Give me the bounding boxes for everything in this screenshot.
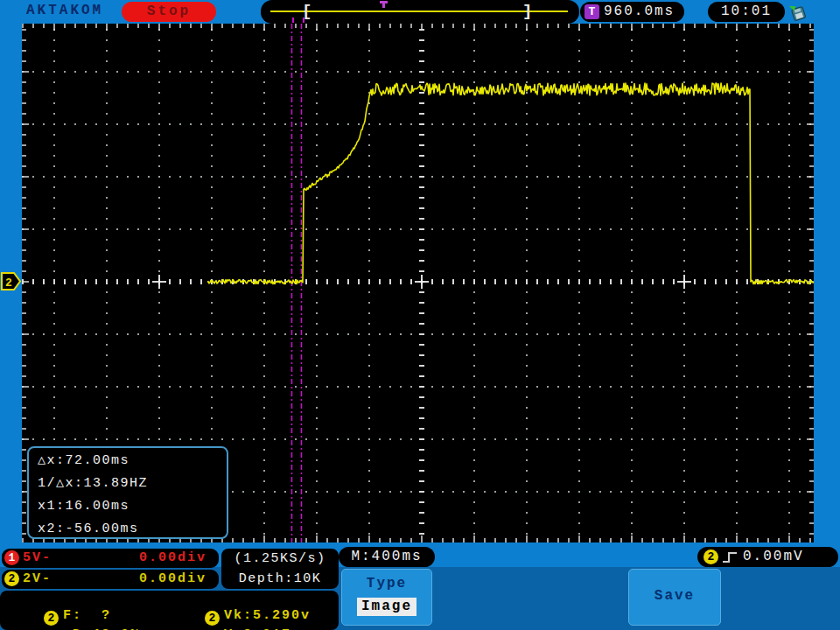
overview-cursor-tick — [292, 18, 294, 23]
trigger-level-value: 0.00mV — [743, 547, 804, 567]
channel1-status: 1 5V- 0.00div — [2, 549, 219, 568]
oscilloscope-screen: { "top_bar": { "brand": "AKTAKOM", "run_… — [0, 0, 840, 630]
trigger-position-marker-icon — [380, 1, 388, 4]
cursor-measurement-box: △x:72.00ms 1/△x:13.89HZ x1:16.00ms x2:-5… — [27, 446, 228, 539]
measurement-voltage: 2V:3.917v — [166, 612, 301, 630]
trigger-icon: T — [584, 4, 599, 19]
overview-right-bracket: ] — [522, 1, 532, 22]
rising-edge-icon — [721, 550, 740, 565]
channel1-scale: 5V- — [23, 549, 52, 568]
save-button[interactable]: Save — [628, 569, 721, 626]
overview-cursor-tick — [303, 18, 304, 23]
menu-item-type[interactable]: Type Image — [341, 569, 432, 626]
menu-item-type-label: Type — [342, 576, 431, 592]
horizontal-position-bar: [ ] — [261, 0, 579, 24]
cursor-inverse-delta-x: 1/△x:13.89HZ — [38, 472, 227, 495]
channel2-trace — [207, 83, 814, 284]
channel1-badge: 1 — [4, 550, 19, 565]
channel2-status: 2 2V- 0.00div — [2, 570, 219, 589]
sample-rate: (1.25KS/s) — [221, 549, 339, 569]
brand-label: AKTAKOM — [26, 3, 103, 18]
trigger-time-pill: T 960.0ms — [580, 2, 684, 22]
menu-item-type-value: Image — [357, 598, 416, 616]
channel2-scale: 2V- — [23, 570, 52, 589]
clock: 10:01 — [708, 2, 785, 22]
channel2-position-marker: 2 — [1, 272, 22, 290]
cursor-delta-x: △x:72.00ms — [38, 450, 227, 472]
run-state-label: Stop — [147, 4, 191, 19]
svg-text:2: 2 — [5, 276, 12, 290]
channel2-position: 0.00div — [139, 570, 206, 589]
usb-storage-icon — [788, 2, 810, 23]
cursor-x1: x1:16.00ms — [38, 495, 227, 518]
run-state-badge: Stop — [122, 2, 216, 22]
channel2-badge: 2 — [4, 571, 19, 586]
memory-depth: Depth:10K — [221, 569, 339, 589]
trigger-time-value: 960.0ms — [604, 2, 675, 22]
trigger-channel-badge: 2 — [704, 550, 718, 564]
timebase-pill: M:400ms — [339, 547, 435, 567]
waveform-display: △x:72.00ms 1/△x:13.89HZ x1:16.00ms x2:-5… — [22, 24, 814, 542]
acquisition-info: (1.25KS/s) Depth:10K — [221, 549, 339, 589]
measurement-duty: 2+D:48.0% — [5, 612, 140, 630]
trigger-status-pill: 2 0.00mV — [697, 547, 838, 567]
measurements-panel: 2F: ? 2Vk:5.290v 2+D:48.0% 2V:3.917v — [0, 591, 339, 630]
channel1-position: 0.00div — [139, 549, 206, 568]
cursor-x2: x2:-56.00ms — [38, 518, 227, 541]
